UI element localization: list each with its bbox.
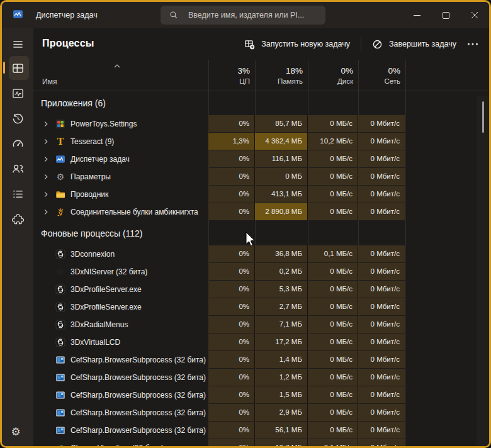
network-cell: 0 Мбит/с xyxy=(358,333,405,350)
process-name: 3DxProfileServer.exe xyxy=(71,285,142,294)
sidebar-item-users[interactable] xyxy=(2,156,33,181)
process-name-cell: ⚙Параметры xyxy=(33,168,208,185)
expand-chevron-icon[interactable] xyxy=(42,208,50,216)
process-name-cell: ChromaVisualizer (32 бита) xyxy=(33,439,208,446)
expand-chevron-icon[interactable] xyxy=(42,137,50,146)
process-row[interactable]: CefSharp.BrowserSubprocess (32 бита)0%56… xyxy=(33,422,489,439)
memory-cell: 2,9 МБ xyxy=(255,404,308,421)
cpu-cell: 0% xyxy=(208,422,255,439)
process-row[interactable]: Соединительные булки амбикнигхта0%2 890,… xyxy=(33,203,489,221)
expand-chevron-icon[interactable] xyxy=(42,120,50,128)
process-name-cell: TTesseract (9) xyxy=(33,133,208,150)
network-cell: 0 Мбит/с xyxy=(358,168,405,185)
app-icon xyxy=(13,9,23,20)
memory-cell: 85,7 МБ xyxy=(255,115,308,132)
column-total: 3% xyxy=(237,66,250,76)
process-name-cell: 3DxProfileServer.exe xyxy=(33,281,208,298)
svg-text:T: T xyxy=(57,137,64,147)
cpu-cell: 0% xyxy=(208,281,255,298)
cef-icon xyxy=(55,355,65,365)
process-name-cell: CefSharp.BrowserSubprocess (32 бита) xyxy=(33,422,208,439)
cpu-cell: 0% xyxy=(208,333,255,350)
sidebar-item-settings[interactable]: ⚙ xyxy=(2,420,33,443)
process-row[interactable]: CefSharp.BrowserSubprocess (32 бита)0%1,… xyxy=(33,369,489,386)
dx3-icon xyxy=(55,337,65,347)
minimize-button[interactable] xyxy=(402,2,431,28)
section-title: Фоновые процессы (112) xyxy=(41,228,143,238)
process-row[interactable]: 3DxNIServer (32 бита)0%0,2 МБ0 МБ/с0 Мби… xyxy=(33,263,489,281)
column-header-Сеть[interactable]: 0%Сеть xyxy=(358,60,405,91)
sidebar-item-startup-apps[interactable] xyxy=(2,131,33,156)
memory-cell: 36,8 МБ xyxy=(255,245,308,262)
services-icon xyxy=(12,213,24,225)
app-history-icon xyxy=(12,113,24,125)
menu-button[interactable] xyxy=(2,33,33,55)
process-row[interactable]: 3DxProfileServer.exe0%2,7 МБ0 МБ/с0 Мбит… xyxy=(33,298,489,316)
network-cell: 0 Мбит/с xyxy=(358,186,405,203)
process-row[interactable]: CefSharp.BrowserSubprocess (32 бита)0%2,… xyxy=(33,404,489,422)
column-header-ЦП[interactable]: 3%ЦП xyxy=(208,60,255,91)
sidebar-item-details[interactable] xyxy=(2,181,33,206)
process-row[interactable]: 3DxRadialMenus0%7,1 МБ0 МБ/с0 Мбит/с xyxy=(33,316,489,333)
column-label: Диск xyxy=(337,77,353,85)
memory-cell: 1,2 МБ xyxy=(255,369,308,386)
sidebar-item-app-history[interactable] xyxy=(2,106,33,131)
memory-cell: 19,7 МБ xyxy=(255,439,308,446)
process-row[interactable]: PowerToys.Settings0%85,7 МБ0 МБ/с0 Мбит/… xyxy=(33,115,489,133)
search-input[interactable]: Введите имя, издателя или PI... xyxy=(161,6,325,25)
cef-icon xyxy=(55,372,65,383)
process-row[interactable]: 3Dconnexion0%36,8 МБ0,1 МБ/с0 Мбит/с xyxy=(33,245,489,263)
column-header-Диск[interactable]: 0%Диск xyxy=(308,60,358,91)
startup-apps-icon xyxy=(12,138,24,150)
settings-icon: ⚙ xyxy=(9,425,22,438)
scrollbar-thumb[interactable] xyxy=(482,101,484,133)
sidebar-item-processes[interactable] xyxy=(2,55,33,81)
process-row[interactable]: ⚙Параметры0%0 МБ0 МБ/с0 Мбит/с xyxy=(33,168,489,186)
more-options-button[interactable] xyxy=(465,34,480,54)
run-new-task-button[interactable]: Запустить новую задачу xyxy=(238,35,356,53)
network-cell: 0 Мбит/с xyxy=(358,439,405,446)
process-row[interactable]: Проводник0%413,1 МБ0 МБ/с0 Мбит/с xyxy=(33,186,489,203)
process-name: ChromaVisualizer (32 бита) xyxy=(71,444,164,447)
expand-chevron-icon[interactable] xyxy=(42,172,50,181)
scrollbar-track[interactable] xyxy=(477,96,489,446)
disk-cell: 0 МБ/с xyxy=(308,168,358,185)
process-name: 3DxRadialMenus xyxy=(71,320,128,329)
process-row[interactable]: Диспетчер задач0%116,1 МБ0 МБ/с0 Мбит/с xyxy=(33,150,489,168)
name-column-header[interactable]: Имя xyxy=(33,60,208,91)
process-name-cell: PowerToys.Settings xyxy=(33,115,208,132)
memory-cell: 5,3 МБ xyxy=(255,281,308,298)
cpu-cell: 0% xyxy=(208,263,255,280)
process-row[interactable]: 3DxVirtualLCD0%17,2 МБ0 МБ/с0 Мбит/с xyxy=(33,333,489,351)
disk-cell: 0 МБ/с xyxy=(308,150,358,167)
process-row[interactable]: CefSharp.BrowserSubprocess (32 бита)0%1,… xyxy=(33,386,489,404)
expand-chevron-icon[interactable] xyxy=(42,155,50,164)
network-cell: 0 Мбит/с xyxy=(358,386,405,403)
memory-cell: 4 362,4 МБ xyxy=(255,133,308,150)
process-row[interactable]: 3DxProfileServer.exe0%5,3 МБ0 МБ/с0 Мбит… xyxy=(33,281,489,298)
expand-chevron-icon[interactable] xyxy=(42,190,50,199)
process-name: Проводник xyxy=(71,190,108,199)
column-header-Память[interactable]: 18%Память xyxy=(255,60,308,91)
maximize-button[interactable] xyxy=(431,2,460,28)
network-cell: 0 Мбит/с xyxy=(358,281,405,298)
process-row[interactable]: CefSharp.BrowserSubprocess (32 бита)0%1,… xyxy=(33,351,489,369)
disk-cell: 0 МБ/с xyxy=(308,298,358,315)
end-task-button[interactable]: Завершить задачу xyxy=(366,35,463,53)
sidebar-item-services[interactable] xyxy=(2,206,33,232)
process-row[interactable]: ChromaVisualizer (32 бита)0%19,7 МБ0,1 М… xyxy=(33,439,489,446)
toolbar-divider xyxy=(361,37,361,51)
cef-icon xyxy=(55,408,65,418)
run-new-task-label: Запустить новую задачу xyxy=(261,40,350,48)
memory-cell: 116,1 МБ xyxy=(255,150,308,167)
process-name-cell: 3DxNIServer (32 бита) xyxy=(33,263,208,280)
process-row[interactable]: TTesseract (9)1,3%4 362,4 МБ10,2 МБ/с0 М… xyxy=(33,133,489,150)
cef-icon xyxy=(55,425,65,435)
cpu-cell: 0% xyxy=(208,168,255,185)
sidebar-item-performance[interactable] xyxy=(2,81,33,106)
network-cell: 0 Мбит/с xyxy=(358,316,405,333)
process-name: Tesseract (9) xyxy=(71,137,114,146)
process-name: 3DxVirtualLCD xyxy=(71,338,120,347)
disk-cell: 0 МБ/с xyxy=(308,386,358,403)
close-button[interactable] xyxy=(460,2,489,28)
